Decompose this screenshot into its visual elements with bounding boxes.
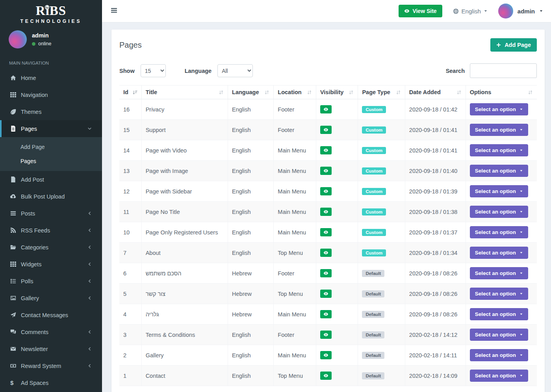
- add-page-button[interactable]: Add Page: [490, 38, 537, 52]
- eye-icon: [323, 107, 328, 112]
- options-dropdown-button[interactable]: Select an option: [470, 349, 528, 361]
- options-dropdown-button[interactable]: Select an option: [470, 165, 528, 177]
- sort-arrows-icon[interactable]: [219, 90, 224, 95]
- visibility-button[interactable]: [320, 290, 332, 298]
- caret-down-icon: [519, 230, 523, 234]
- options-dropdown-button[interactable]: Select an option: [470, 124, 528, 136]
- content-wrapper: Pages Add Page Show 15 Language All: [102, 22, 551, 392]
- sidebar-item[interactable]: $ Ad Spaces: [0, 374, 102, 391]
- visibility-button[interactable]: [320, 351, 332, 359]
- options-dropdown-button[interactable]: Select an option: [470, 370, 528, 382]
- visibility-button[interactable]: [320, 146, 332, 154]
- cell-date-added: 2020-09-18 / 08:26: [405, 304, 466, 325]
- options-dropdown-button[interactable]: Select an option: [470, 226, 528, 238]
- sidebar-item[interactable]: Bulk Post Upload: [0, 188, 102, 205]
- page-type-badge: Default: [362, 290, 384, 297]
- submenu-item[interactable]: Pages: [0, 154, 102, 168]
- sort-arrows-icon[interactable]: [528, 90, 533, 95]
- sidebar-item-pages[interactable]: Pages: [0, 120, 102, 137]
- logo[interactable]: RiBS TECHNOLOGIES: [0, 0, 102, 25]
- sidebar-item[interactable]: Add Post: [0, 171, 102, 188]
- sort-arrows-icon[interactable]: [396, 90, 401, 95]
- visibility-button[interactable]: [320, 310, 332, 318]
- cell-page-type: Custom: [358, 202, 405, 222]
- table-row: 15 Support English Footer: [119, 120, 537, 140]
- user-dropdown[interactable]: admin: [498, 4, 543, 19]
- cell-title: Gallery: [141, 345, 228, 366]
- show-select[interactable]: 15: [141, 64, 166, 77]
- column-header[interactable]: Id: [119, 85, 141, 99]
- sidebar-item[interactable]: Themes: [0, 103, 102, 120]
- sidebar-item[interactable]: Reward System: [0, 357, 102, 374]
- cell-location: Footer: [274, 99, 316, 120]
- options-dropdown-button[interactable]: Select an option: [470, 144, 528, 156]
- sidebar-item[interactable]: Comments: [0, 323, 102, 340]
- visibility-button[interactable]: [320, 228, 332, 236]
- sort-arrows-icon[interactable]: [264, 90, 269, 95]
- sidebar-toggle-button[interactable]: [108, 5, 120, 17]
- chevron-left-icon: [87, 228, 92, 232]
- sidebar-item[interactable]: Categories: [0, 239, 102, 256]
- options-dropdown-button[interactable]: Select an option: [470, 247, 528, 259]
- cell-title: Terms & Conditions: [141, 325, 228, 345]
- visibility-button[interactable]: [320, 372, 332, 380]
- page-title: Pages: [119, 41, 142, 50]
- cell-visibility: [316, 366, 358, 386]
- view-site-button[interactable]: View Site: [399, 5, 442, 17]
- options-dropdown-button[interactable]: Select an option: [470, 308, 528, 320]
- options-dropdown-button[interactable]: Select an option: [470, 267, 528, 279]
- visibility-button[interactable]: [320, 249, 332, 257]
- sidebar-item[interactable]: Gallery: [0, 290, 102, 307]
- sidebar-item[interactable]: Newsletter: [0, 340, 102, 357]
- options-dropdown-button[interactable]: Select an option: [470, 288, 528, 300]
- column-header[interactable]: Title: [141, 85, 228, 99]
- submenu-item[interactable]: Add Page: [0, 140, 102, 154]
- visibility-button[interactable]: [320, 105, 332, 113]
- sidebar-item[interactable]: Contact Messages: [0, 307, 102, 323]
- visibility-button[interactable]: [320, 167, 332, 175]
- column-header[interactable]: Visibility: [316, 85, 358, 99]
- sidebar-item[interactable]: Navigation: [0, 86, 102, 103]
- sort-arrows-icon[interactable]: [307, 90, 312, 95]
- sidebar-item[interactable]: RSS Feeds: [0, 222, 102, 239]
- options-dropdown-button[interactable]: Select an option: [470, 185, 528, 197]
- caret-down-icon: [539, 9, 543, 13]
- sidebar-item[interactable]: Home: [0, 69, 102, 86]
- column-header[interactable]: Date Added: [405, 85, 466, 99]
- cell-id: 11: [119, 202, 141, 222]
- cell-options: Select an option: [466, 243, 537, 263]
- column-header[interactable]: Location: [274, 85, 316, 99]
- pages-card: Pages Add Page Show 15 Language All: [111, 30, 545, 392]
- online-dot-icon: [32, 42, 35, 46]
- language-dropdown[interactable]: English: [453, 8, 488, 15]
- options-dropdown-button[interactable]: Select an option: [470, 206, 528, 218]
- column-header[interactable]: Language: [228, 85, 274, 99]
- search-input[interactable]: [470, 63, 537, 78]
- sort-arrows-icon[interactable]: [349, 90, 354, 95]
- visibility-button[interactable]: [320, 269, 332, 277]
- visibility-button[interactable]: [320, 331, 332, 339]
- cell-visibility: [316, 120, 358, 140]
- column-header[interactable]: Options: [466, 85, 537, 99]
- eye-icon: [323, 332, 328, 337]
- cell-visibility: [316, 181, 358, 202]
- sidebar-item[interactable]: Widgets: [0, 256, 102, 273]
- chevron-down-icon: [87, 126, 92, 131]
- visibility-button[interactable]: [320, 187, 332, 195]
- caret-down-icon: [519, 353, 523, 357]
- cell-location: Main Menu: [274, 161, 316, 181]
- language-select[interactable]: All: [217, 64, 253, 77]
- money-bill-icon: [10, 363, 17, 369]
- nav-section-label: MAIN NAVIGATION: [0, 54, 102, 69]
- options-dropdown-button[interactable]: Select an option: [470, 329, 528, 341]
- sort-amount-down-icon[interactable]: [132, 90, 137, 95]
- column-header[interactable]: Page Type: [358, 85, 405, 99]
- sidebar-item[interactable]: Polls: [0, 273, 102, 290]
- options-dropdown-button[interactable]: Select an option: [470, 103, 528, 115]
- cell-page-type: Custom: [358, 181, 405, 202]
- visibility-button[interactable]: [320, 126, 332, 134]
- visibility-button[interactable]: [320, 208, 332, 216]
- sort-arrows-icon[interactable]: [456, 90, 462, 95]
- cell-page-type: Custom: [358, 140, 405, 161]
- sidebar-item[interactable]: Posts: [0, 205, 102, 222]
